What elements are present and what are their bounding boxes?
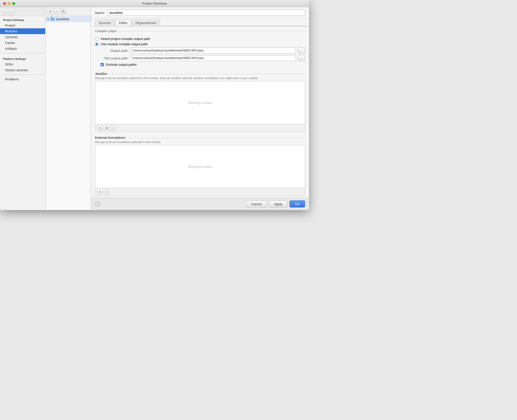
tree-arrow-icon: ▶ [48,18,50,20]
module-folder-icon [51,18,55,21]
tab-dependencies[interactable]: Dependencies [132,19,160,26]
use-module-radio-row: Use module compile output path [95,42,305,46]
module-tree-panel: + − ⎘ ▶ JavaWeb [45,7,91,210]
exclude-checkbox[interactable] [101,63,104,66]
apply-button[interactable]: Apply [269,200,288,207]
title-bar: Project Structure [0,0,309,7]
name-label: Name: [95,11,105,15]
dialog-footer: ? Cancel Apply OK [91,198,309,210]
javadoc-empty-text: Nothing to show [188,101,212,105]
inherit-radio[interactable] [95,37,99,41]
compiler-output-title: Compiler output [95,29,116,33]
compiler-section-line [118,31,305,31]
javadoc-section-title: JavaDoc [95,72,305,76]
sidebar-item-global-libraries[interactable]: Global Libraries [0,67,45,73]
javadoc-toolbar: + ⊕ − [95,124,305,132]
external-annotations-list: Nothing to show [95,145,305,188]
compiler-output-header: Compiler output [95,29,305,33]
module-tree-toolbar: + − ⎘ [45,7,91,16]
back-button[interactable]: ← [2,9,8,14]
compiler-output-body: Inherit project compile output path Use … [95,34,305,69]
javadoc-title-line [109,74,305,74]
javadoc-add-linked-button[interactable]: ⊕ [104,125,109,130]
exclude-checkbox-row: Exclude output paths [101,63,305,66]
sidebar-item-facets[interactable]: Facets [0,40,45,46]
use-module-label: Use module compile output path [101,42,148,46]
minimize-button[interactable] [8,2,11,5]
test-output-path-browse-button[interactable]: … [298,55,305,61]
maximize-button[interactable] [12,2,15,5]
project-settings-label: Project Settings [0,16,45,22]
external-annotations-toolbar: + − [95,188,305,196]
sidebar-item-project[interactable]: Project [0,22,45,28]
ok-button[interactable]: OK [290,200,305,207]
external-annotations-section: External Annotations Manage external ann… [95,136,305,196]
test-output-path-label: Test output path: [101,56,128,60]
window-title: Project Structure [142,2,167,5]
sidebar-item-problems[interactable]: Problems [0,76,45,82]
module-tree-item-label: JavaWeb [56,17,69,21]
compiler-output-section: Compiler output Inherit project compile … [95,29,305,69]
external-annotations-remove-button[interactable]: − [104,189,109,194]
platform-settings-label: Platform Settings [0,55,45,61]
test-output-path-row: Test output path: … [101,55,305,61]
use-module-radio[interactable] [95,42,99,46]
exclude-label: Exclude output paths [106,63,136,66]
tab-paths[interactable]: Paths [115,19,131,26]
copy-module-button[interactable]: ⎘ [61,9,66,14]
output-path-label: Output path: [101,49,128,53]
sidebar-divider-2 [0,75,45,75]
external-annotations-add-button[interactable]: + [97,189,103,194]
traffic-lights [3,2,15,5]
sidebar-item-libraries[interactable]: Libraries [0,34,45,40]
sidebar-item-modules[interactable]: Modules [0,28,45,34]
output-path-browse-button[interactable]: … [298,48,305,54]
content-area: Name: Sources Paths Dependencies Compile… [91,7,309,210]
tab-sources[interactable]: Sources [95,19,115,26]
external-annotations-description: Manage external annotations attached to … [95,141,305,144]
sidebar-item-sdks[interactable]: SDKs [0,61,45,67]
sidebar-divider [0,53,45,53]
test-output-path-input[interactable] [130,55,296,61]
inherit-radio-row: Inherit project compile output path [95,37,305,41]
close-button[interactable] [3,2,6,5]
javadoc-title-text: JavaDoc [95,72,107,76]
external-annotations-empty-text: Nothing to show [188,165,212,169]
module-tree-item-javaweb[interactable]: ▶ JavaWeb [45,16,91,22]
inherit-label: Inherit project compile output path [101,37,150,41]
tabs-bar: Sources Paths Dependencies [91,18,309,26]
external-annotations-title: External Annotations [95,136,305,139]
forward-button[interactable]: → [9,9,14,14]
help-button[interactable]: ? [95,201,100,206]
output-path-input[interactable] [130,48,296,54]
javadoc-section: JavaDoc Manage external JavaDocs attache… [95,72,305,132]
javadoc-add-button[interactable]: + [97,125,103,130]
content-header: Name: [91,7,309,18]
external-annotations-line [127,138,305,138]
add-module-button[interactable]: + [48,9,53,14]
output-path-row: Output path: … [101,48,305,54]
external-annotations-title-text: External Annotations [95,136,125,139]
remove-module-button[interactable]: − [54,9,60,14]
scroll-content[interactable]: Compiler output Inherit project compile … [91,26,309,198]
cancel-button[interactable]: Cancel [246,200,267,207]
javadoc-list: Nothing to show [95,81,305,124]
javadoc-remove-button[interactable]: − [110,125,116,130]
javadoc-description: Manage external JavaDocs attached to thi… [95,77,305,80]
name-input[interactable] [107,10,305,16]
sidebar: ← → Project Settings Project Modules Lib… [0,7,45,210]
sidebar-item-artifacts[interactable]: Artifacts [0,46,45,52]
